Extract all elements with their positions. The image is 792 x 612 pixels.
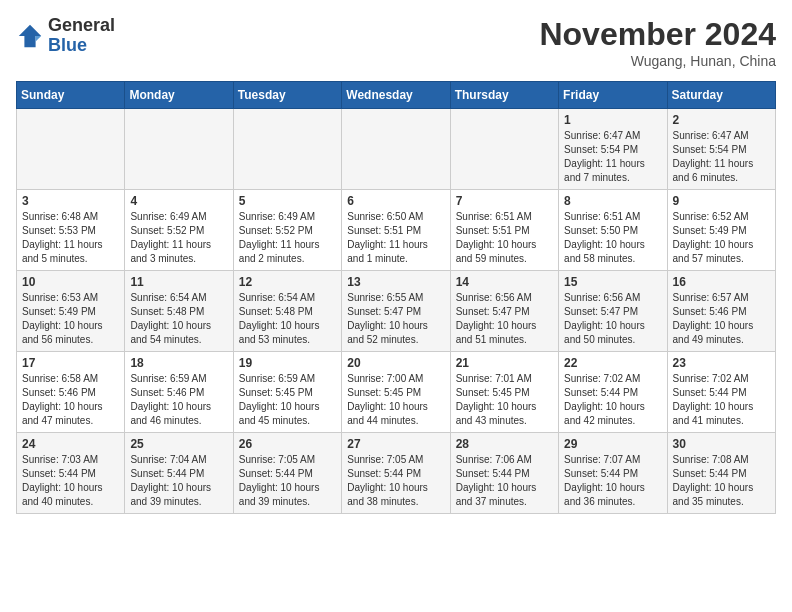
day-number: 11 xyxy=(130,275,227,289)
calendar-cell xyxy=(125,109,233,190)
calendar-body: 1Sunrise: 6:47 AM Sunset: 5:54 PM Daylig… xyxy=(17,109,776,514)
week-row-4: 17Sunrise: 6:58 AM Sunset: 5:46 PM Dayli… xyxy=(17,352,776,433)
calendar-cell: 13Sunrise: 6:55 AM Sunset: 5:47 PM Dayli… xyxy=(342,271,450,352)
day-number: 8 xyxy=(564,194,661,208)
day-info: Sunrise: 7:02 AM Sunset: 5:44 PM Dayligh… xyxy=(564,372,661,428)
day-info: Sunrise: 6:57 AM Sunset: 5:46 PM Dayligh… xyxy=(673,291,770,347)
calendar-cell: 4Sunrise: 6:49 AM Sunset: 5:52 PM Daylig… xyxy=(125,190,233,271)
svg-marker-1 xyxy=(36,36,42,42)
day-info: Sunrise: 7:05 AM Sunset: 5:44 PM Dayligh… xyxy=(239,453,336,509)
calendar-cell: 28Sunrise: 7:06 AM Sunset: 5:44 PM Dayli… xyxy=(450,433,558,514)
day-info: Sunrise: 6:59 AM Sunset: 5:46 PM Dayligh… xyxy=(130,372,227,428)
calendar-cell: 6Sunrise: 6:50 AM Sunset: 5:51 PM Daylig… xyxy=(342,190,450,271)
day-info: Sunrise: 6:56 AM Sunset: 5:47 PM Dayligh… xyxy=(564,291,661,347)
day-number: 15 xyxy=(564,275,661,289)
weekday-row: SundayMondayTuesdayWednesdayThursdayFrid… xyxy=(17,82,776,109)
day-info: Sunrise: 7:03 AM Sunset: 5:44 PM Dayligh… xyxy=(22,453,119,509)
day-info: Sunrise: 6:49 AM Sunset: 5:52 PM Dayligh… xyxy=(130,210,227,266)
day-info: Sunrise: 6:55 AM Sunset: 5:47 PM Dayligh… xyxy=(347,291,444,347)
day-info: Sunrise: 6:49 AM Sunset: 5:52 PM Dayligh… xyxy=(239,210,336,266)
calendar-cell: 27Sunrise: 7:05 AM Sunset: 5:44 PM Dayli… xyxy=(342,433,450,514)
day-number: 18 xyxy=(130,356,227,370)
week-row-1: 1Sunrise: 6:47 AM Sunset: 5:54 PM Daylig… xyxy=(17,109,776,190)
calendar-cell: 12Sunrise: 6:54 AM Sunset: 5:48 PM Dayli… xyxy=(233,271,341,352)
day-number: 7 xyxy=(456,194,553,208)
day-info: Sunrise: 7:08 AM Sunset: 5:44 PM Dayligh… xyxy=(673,453,770,509)
page-header: General Blue November 2024 Wugang, Hunan… xyxy=(16,16,776,69)
day-number: 21 xyxy=(456,356,553,370)
calendar-cell: 11Sunrise: 6:54 AM Sunset: 5:48 PM Dayli… xyxy=(125,271,233,352)
calendar-cell: 7Sunrise: 6:51 AM Sunset: 5:51 PM Daylig… xyxy=(450,190,558,271)
day-number: 24 xyxy=(22,437,119,451)
week-row-5: 24Sunrise: 7:03 AM Sunset: 5:44 PM Dayli… xyxy=(17,433,776,514)
day-number: 10 xyxy=(22,275,119,289)
logo: General Blue xyxy=(16,16,115,56)
weekday-header-thursday: Thursday xyxy=(450,82,558,109)
logo-text: General Blue xyxy=(48,16,115,56)
day-info: Sunrise: 7:06 AM Sunset: 5:44 PM Dayligh… xyxy=(456,453,553,509)
day-number: 28 xyxy=(456,437,553,451)
day-info: Sunrise: 7:00 AM Sunset: 5:45 PM Dayligh… xyxy=(347,372,444,428)
day-info: Sunrise: 6:51 AM Sunset: 5:51 PM Dayligh… xyxy=(456,210,553,266)
weekday-header-sunday: Sunday xyxy=(17,82,125,109)
day-info: Sunrise: 6:54 AM Sunset: 5:48 PM Dayligh… xyxy=(239,291,336,347)
calendar-cell: 21Sunrise: 7:01 AM Sunset: 5:45 PM Dayli… xyxy=(450,352,558,433)
day-number: 17 xyxy=(22,356,119,370)
calendar-table: SundayMondayTuesdayWednesdayThursdayFrid… xyxy=(16,81,776,514)
location: Wugang, Hunan, China xyxy=(539,53,776,69)
day-info: Sunrise: 6:53 AM Sunset: 5:49 PM Dayligh… xyxy=(22,291,119,347)
day-number: 26 xyxy=(239,437,336,451)
calendar-cell: 2Sunrise: 6:47 AM Sunset: 5:54 PM Daylig… xyxy=(667,109,775,190)
calendar-cell: 5Sunrise: 6:49 AM Sunset: 5:52 PM Daylig… xyxy=(233,190,341,271)
day-info: Sunrise: 6:56 AM Sunset: 5:47 PM Dayligh… xyxy=(456,291,553,347)
day-info: Sunrise: 6:50 AM Sunset: 5:51 PM Dayligh… xyxy=(347,210,444,266)
calendar-cell: 10Sunrise: 6:53 AM Sunset: 5:49 PM Dayli… xyxy=(17,271,125,352)
weekday-header-wednesday: Wednesday xyxy=(342,82,450,109)
day-info: Sunrise: 7:01 AM Sunset: 5:45 PM Dayligh… xyxy=(456,372,553,428)
day-number: 12 xyxy=(239,275,336,289)
calendar-cell: 16Sunrise: 6:57 AM Sunset: 5:46 PM Dayli… xyxy=(667,271,775,352)
day-info: Sunrise: 6:48 AM Sunset: 5:53 PM Dayligh… xyxy=(22,210,119,266)
day-number: 3 xyxy=(22,194,119,208)
day-info: Sunrise: 6:52 AM Sunset: 5:49 PM Dayligh… xyxy=(673,210,770,266)
day-number: 2 xyxy=(673,113,770,127)
calendar-cell xyxy=(233,109,341,190)
day-info: Sunrise: 6:58 AM Sunset: 5:46 PM Dayligh… xyxy=(22,372,119,428)
day-info: Sunrise: 7:05 AM Sunset: 5:44 PM Dayligh… xyxy=(347,453,444,509)
calendar-cell: 25Sunrise: 7:04 AM Sunset: 5:44 PM Dayli… xyxy=(125,433,233,514)
calendar-header: SundayMondayTuesdayWednesdayThursdayFrid… xyxy=(17,82,776,109)
day-number: 22 xyxy=(564,356,661,370)
week-row-2: 3Sunrise: 6:48 AM Sunset: 5:53 PM Daylig… xyxy=(17,190,776,271)
day-number: 23 xyxy=(673,356,770,370)
day-info: Sunrise: 7:07 AM Sunset: 5:44 PM Dayligh… xyxy=(564,453,661,509)
day-number: 1 xyxy=(564,113,661,127)
calendar-cell: 26Sunrise: 7:05 AM Sunset: 5:44 PM Dayli… xyxy=(233,433,341,514)
day-number: 9 xyxy=(673,194,770,208)
calendar-cell: 19Sunrise: 6:59 AM Sunset: 5:45 PM Dayli… xyxy=(233,352,341,433)
calendar-cell: 24Sunrise: 7:03 AM Sunset: 5:44 PM Dayli… xyxy=(17,433,125,514)
calendar-cell: 15Sunrise: 6:56 AM Sunset: 5:47 PM Dayli… xyxy=(559,271,667,352)
day-info: Sunrise: 6:47 AM Sunset: 5:54 PM Dayligh… xyxy=(564,129,661,185)
day-number: 14 xyxy=(456,275,553,289)
day-number: 5 xyxy=(239,194,336,208)
calendar-cell: 18Sunrise: 6:59 AM Sunset: 5:46 PM Dayli… xyxy=(125,352,233,433)
calendar-cell xyxy=(342,109,450,190)
calendar-cell: 8Sunrise: 6:51 AM Sunset: 5:50 PM Daylig… xyxy=(559,190,667,271)
weekday-header-tuesday: Tuesday xyxy=(233,82,341,109)
calendar-cell: 17Sunrise: 6:58 AM Sunset: 5:46 PM Dayli… xyxy=(17,352,125,433)
day-number: 29 xyxy=(564,437,661,451)
weekday-header-monday: Monday xyxy=(125,82,233,109)
day-number: 16 xyxy=(673,275,770,289)
calendar-cell xyxy=(17,109,125,190)
weekday-header-saturday: Saturday xyxy=(667,82,775,109)
calendar-cell: 9Sunrise: 6:52 AM Sunset: 5:49 PM Daylig… xyxy=(667,190,775,271)
logo-blue-text: Blue xyxy=(48,36,115,56)
title-section: November 2024 Wugang, Hunan, China xyxy=(539,16,776,69)
calendar-cell: 3Sunrise: 6:48 AM Sunset: 5:53 PM Daylig… xyxy=(17,190,125,271)
weekday-header-friday: Friday xyxy=(559,82,667,109)
calendar-cell: 20Sunrise: 7:00 AM Sunset: 5:45 PM Dayli… xyxy=(342,352,450,433)
day-info: Sunrise: 6:54 AM Sunset: 5:48 PM Dayligh… xyxy=(130,291,227,347)
day-number: 30 xyxy=(673,437,770,451)
day-number: 6 xyxy=(347,194,444,208)
logo-general-text: General xyxy=(48,16,115,36)
